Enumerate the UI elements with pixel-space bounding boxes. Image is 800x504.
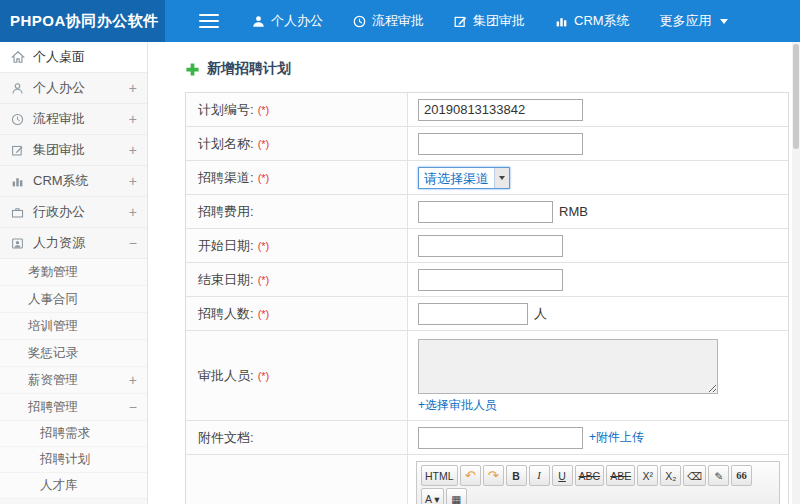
sidebar-item-hr-contract[interactable]: 人事合同	[0, 286, 147, 313]
users-icon	[10, 237, 25, 250]
expand-icon[interactable]: +	[129, 373, 137, 387]
plan-number-input[interactable]	[418, 99, 583, 121]
sidebar-item-personal-desktop[interactable]: 个人桌面	[0, 42, 147, 73]
nav-item-more-apps[interactable]: 更多应用	[645, 0, 743, 42]
strikethrough-button[interactable]: ABC	[575, 465, 605, 486]
sidebar-item-label: 流程审批	[33, 110, 85, 128]
subscript-button[interactable]: X₂	[660, 465, 681, 486]
attachment-upload-link[interactable]: +附件上传	[589, 429, 644, 446]
fee-input[interactable]	[418, 201, 553, 223]
headcount-input[interactable]	[418, 303, 528, 325]
underline-button[interactable]: U	[552, 465, 573, 486]
sidebar-item-recruitment[interactable]: 招聘管理 −	[0, 394, 147, 421]
approver-textarea[interactable]	[418, 339, 718, 394]
user-icon	[252, 15, 265, 28]
attachment-input[interactable]	[418, 427, 583, 449]
nav-item-workflow-approval[interactable]: 流程审批	[338, 0, 439, 42]
chevron-down-icon	[720, 19, 728, 24]
sidebar-item-label: 培训管理	[28, 318, 78, 335]
blockquote-button[interactable]: 66	[731, 465, 752, 486]
font-color-button[interactable]: A ▾	[421, 488, 444, 504]
required-marker: (*)	[258, 274, 270, 286]
field-label: 附件文档:	[186, 421, 408, 454]
main-content: 新增招聘计划 计划编号: (*) 计划名称: (*) 招聘	[149, 42, 792, 504]
field-label: 审批人员: (*)	[186, 331, 408, 420]
end-date-input[interactable]	[418, 269, 563, 291]
collapse-icon[interactable]: −	[129, 236, 137, 250]
clock-icon	[353, 15, 366, 28]
sidebar: 个人桌面 个人办公 + 流程审批 + 集团审批 + CRM系统 + 行政办公 +	[0, 42, 148, 504]
bar-chart-icon	[10, 175, 25, 188]
vertical-scrollbar[interactable]	[792, 42, 800, 504]
field-value-cell: +选择审批人员	[408, 331, 788, 420]
field-value-cell: RMB	[408, 195, 788, 228]
channel-select[interactable]: 请选择渠道	[418, 167, 510, 189]
sidebar-item-label: 考勤管理	[28, 264, 78, 281]
sidebar-item-recruit-demand[interactable]: 招聘需求	[0, 421, 147, 447]
expand-icon[interactable]: +	[129, 174, 137, 188]
field-label-text: 附件文档:	[198, 429, 254, 447]
nav-item-group-approval[interactable]: 集团审批	[439, 0, 540, 42]
redo-button[interactable]: ↷	[483, 465, 504, 486]
collapse-icon[interactable]: −	[129, 400, 137, 414]
sidebar-item-workflow-approval[interactable]: 流程审批 +	[0, 104, 147, 135]
sidebar-item-label: 招聘需求	[40, 425, 90, 442]
eraser-button[interactable]: ⌫	[683, 465, 706, 486]
sidebar-item-personal-office[interactable]: 个人办公 +	[0, 73, 147, 104]
expand-icon[interactable]: +	[129, 143, 137, 157]
top-navigation-bar: PHPOA协同办公软件 个人办公 流程审批 集团审批 CRM系统	[0, 0, 800, 42]
field-label: 结束日期: (*)	[186, 263, 408, 296]
scrollbar-thumb[interactable]	[793, 44, 799, 149]
form-row-fee: 招聘费用: RMB	[186, 195, 788, 229]
html-source-button[interactable]: HTML	[421, 465, 458, 486]
sidebar-item-label: 人才库	[40, 477, 78, 494]
sidebar-item-training[interactable]: 培训管理	[0, 313, 147, 340]
form-row-editor: HTML ↶ ↷ B I U ABC ABE X² X₂ ⌫ ✎ 66 A ▾	[186, 455, 788, 504]
user-icon	[10, 82, 25, 95]
sidebar-item-label: 人力资源	[33, 234, 85, 252]
sidebar-item-recruit-plan[interactable]: 招聘计划	[0, 447, 147, 473]
sidebar-item-crm-system[interactable]: CRM系统 +	[0, 166, 147, 197]
nav-item-crm-system[interactable]: CRM系统	[540, 0, 645, 42]
field-label-text: 计划名称:	[198, 135, 254, 153]
table-button[interactable]: ▦	[446, 488, 467, 504]
form-row-attachment: 附件文档: +附件上传	[186, 421, 788, 455]
form-row-headcount: 招聘人数: (*) 人	[186, 297, 788, 331]
field-value-cell	[408, 263, 788, 296]
field-value-cell: +附件上传	[408, 421, 788, 454]
select-value-text: 请选择渠道	[419, 168, 494, 188]
nav-item-personal-office[interactable]: 个人办公	[237, 0, 338, 42]
bold-button[interactable]: B	[506, 465, 527, 486]
superscript-button[interactable]: X²	[637, 465, 658, 486]
unit-label: 人	[534, 305, 547, 323]
recruit-plan-form: 计划编号: (*) 计划名称: (*) 招聘渠道: (*)	[185, 92, 789, 504]
clock-icon	[10, 113, 25, 126]
field-label-text: 招聘渠道:	[198, 169, 254, 187]
nav-item-label: 个人办公	[271, 12, 323, 30]
form-row-approvers: 审批人员: (*) +选择审批人员	[186, 331, 788, 421]
italic-button[interactable]: I	[529, 465, 550, 486]
format-painter-button[interactable]: ✎	[708, 465, 729, 486]
plan-name-input[interactable]	[418, 133, 583, 155]
field-label-text: 招聘人数:	[198, 305, 254, 323]
sidebar-item-rewards[interactable]: 奖惩记录	[0, 340, 147, 367]
sidebar-item-talent-pool[interactable]: 人才库	[0, 473, 147, 499]
expand-icon[interactable]: +	[129, 112, 137, 126]
start-date-input[interactable]	[418, 235, 563, 257]
required-marker: (*)	[258, 240, 270, 252]
undo-button[interactable]: ↶	[460, 465, 481, 486]
nav-item-label: 流程审批	[372, 12, 424, 30]
expand-icon[interactable]: +	[129, 205, 137, 219]
menu-toggle-icon[interactable]	[199, 14, 219, 28]
sidebar-item-admin-office[interactable]: 行政办公 +	[0, 197, 147, 228]
form-row-start-date: 开始日期: (*)	[186, 229, 788, 263]
sidebar-item-human-resources[interactable]: 人力资源 −	[0, 228, 147, 259]
sidebar-item-salary[interactable]: 薪资管理 +	[0, 367, 147, 394]
required-marker: (*)	[258, 308, 270, 320]
sidebar-item-group-approval[interactable]: 集团审批 +	[0, 135, 147, 166]
remove-format-button[interactable]: ABE	[606, 465, 635, 486]
form-row-end-date: 结束日期: (*)	[186, 263, 788, 297]
sidebar-item-attendance[interactable]: 考勤管理	[0, 259, 147, 286]
select-approver-link[interactable]: +选择审批人员	[418, 397, 497, 414]
expand-icon[interactable]: +	[129, 81, 137, 95]
